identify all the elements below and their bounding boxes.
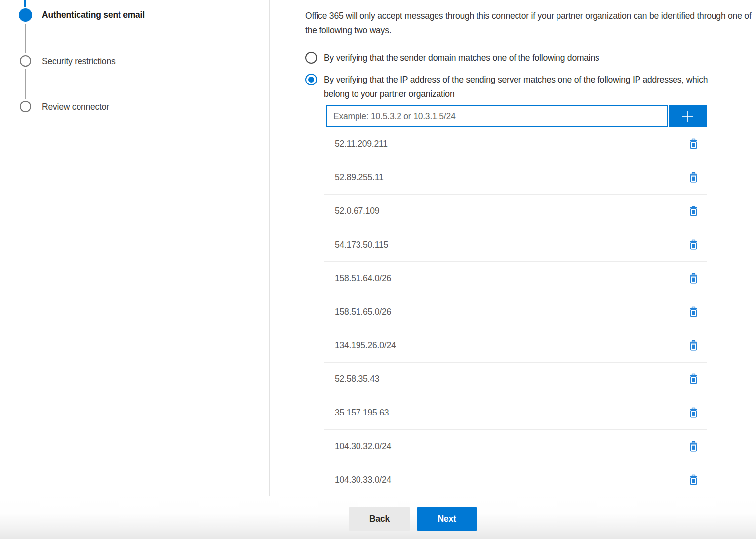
step-security-restrictions[interactable]: Security restrictions [42, 56, 115, 67]
option-sender-domain[interactable]: By verifying that the sender domain matc… [305, 51, 756, 65]
radio-dot [308, 77, 314, 83]
plus-icon [680, 109, 695, 124]
trash-icon [688, 474, 699, 486]
back-button[interactable]: Back [349, 507, 410, 531]
ip-address-value: 52.58.35.43 [335, 374, 379, 384]
ip-list-item: 52.0.67.109 [324, 195, 707, 228]
step-indicator-current [19, 8, 32, 22]
option-sender-domain-label: By verifying that the sender domain matc… [324, 51, 599, 65]
ip-address-value: 158.51.64.0/26 [335, 273, 391, 284]
ip-list-item: 52.11.209.211 [324, 127, 707, 161]
ip-list-item: 158.51.64.0/26 [324, 262, 707, 295]
delete-ip-button[interactable] [688, 474, 699, 486]
trash-icon [688, 206, 699, 217]
ip-list-item: 158.51.65.0/26 [324, 295, 707, 329]
step-description: Office 365 will only accept messages thr… [305, 9, 756, 38]
trash-icon [688, 138, 699, 150]
delete-ip-button[interactable] [688, 239, 699, 250]
trash-icon [688, 373, 699, 385]
delete-ip-button[interactable] [688, 373, 699, 385]
verification-options: By verifying that the sender domain matc… [305, 51, 756, 101]
ip-address-input[interactable] [326, 105, 668, 127]
delete-ip-button[interactable] [688, 172, 699, 183]
trash-icon [688, 407, 699, 418]
delete-ip-button[interactable] [688, 340, 699, 351]
add-ip-button[interactable] [669, 105, 707, 127]
delete-ip-button[interactable] [688, 306, 699, 318]
ip-address-value: 52.89.255.11 [335, 172, 383, 183]
wizard-footer: Back Next [0, 496, 756, 539]
ip-address-value: 104.30.32.0/24 [335, 441, 391, 452]
radio-selected-icon[interactable] [305, 74, 317, 85]
panel-divider [269, 0, 270, 496]
ip-address-value: 158.51.65.0/26 [335, 307, 391, 317]
ip-address-value: 35.157.195.63 [335, 408, 389, 418]
ip-list-item: 104.30.32.0/24 [324, 430, 707, 463]
ip-address-list: 52.11.209.211 52.89.255.11 [324, 127, 707, 497]
step-indicator-upcoming [20, 55, 31, 67]
trash-icon [688, 172, 699, 183]
step-indicator-upcoming [20, 101, 31, 112]
option-ip-address-label: By verifying that the IP address of the … [324, 73, 728, 101]
next-button[interactable]: Next [417, 507, 477, 531]
footer-buttons: Back Next [349, 507, 477, 531]
trash-icon [688, 273, 699, 284]
step-authenticating-sent-email[interactable]: Authenticating sent email [42, 10, 145, 20]
ip-list-item: 134.195.26.0/24 [324, 329, 707, 363]
ip-address-value: 52.0.67.109 [335, 206, 379, 216]
delete-ip-button[interactable] [688, 138, 699, 150]
ip-address-value: 54.173.50.115 [335, 240, 388, 250]
radio-unselected-icon[interactable] [305, 52, 317, 64]
stepper-connector [25, 69, 26, 99]
option-ip-address[interactable]: By verifying that the IP address of the … [305, 73, 756, 101]
trash-icon [688, 306, 699, 318]
ip-entry-bar [326, 105, 756, 127]
delete-ip-button[interactable] [688, 273, 699, 284]
ip-address-value: 134.195.26.0/24 [335, 340, 396, 351]
ip-list-item: 54.173.50.115 [324, 228, 707, 262]
delete-ip-button[interactable] [688, 206, 699, 217]
ip-list-item: 52.89.255.11 [324, 161, 707, 195]
ip-list-item: 104.30.33.0/24 [324, 463, 707, 497]
ip-list-item: 35.157.195.63 [324, 396, 707, 430]
step-review-connector[interactable]: Review connector [42, 102, 109, 112]
wizard-step-content: Office 365 will only accept messages thr… [305, 0, 756, 497]
delete-ip-button[interactable] [688, 407, 699, 418]
trash-icon [688, 441, 699, 452]
ip-address-value: 52.11.209.211 [335, 139, 388, 149]
stepper-connector [25, 24, 26, 53]
wizard-steps-panel: Authenticating sent email Security restr… [0, 0, 269, 496]
delete-ip-button[interactable] [688, 441, 699, 452]
ip-list-item: 52.58.35.43 [324, 363, 707, 396]
trash-icon [688, 340, 699, 351]
stepper-connector-top [24, 0, 26, 7]
ip-address-value: 104.30.33.0/24 [335, 475, 391, 485]
trash-icon [688, 239, 699, 250]
